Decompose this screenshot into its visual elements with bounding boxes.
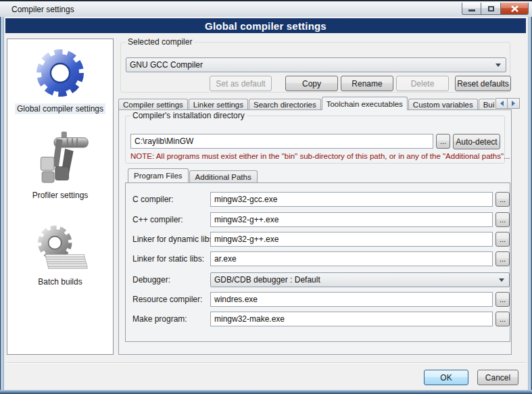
gear-stack-icon <box>28 221 93 275</box>
field-label: Make program: <box>132 314 187 324</box>
field-row-resource-compiler: Resource compiler: ... <box>126 292 510 307</box>
tab-label: Build options <box>483 101 495 109</box>
field-label: C compiler: <box>132 195 174 204</box>
field-row-cpp-compiler: C++ compiler: ... <box>126 212 510 227</box>
debugger-select[interactable]: GDB/CDB debugger : Default <box>210 272 510 287</box>
field-row-debugger: Debugger: GDB/CDB debugger : Default <box>126 272 510 287</box>
c-compiler-input[interactable] <box>210 192 493 207</box>
program-files-tabstrip: Program Files Additional Paths <box>128 168 258 182</box>
compiler-settings-dialog: Compiler settings Global compiler settin… <box>0 0 532 394</box>
cancel-button[interactable]: Cancel <box>477 370 518 385</box>
minimize-button[interactable] <box>462 3 481 15</box>
tab-custom-variables[interactable]: Custom variables <box>408 99 478 110</box>
field-row-c-compiler: C compiler: ... <box>126 192 510 207</box>
sidebar-item-label: Global compiler settings <box>15 103 105 114</box>
cpp-compiler-input[interactable] <box>210 212 493 227</box>
auto-detect-button[interactable]: Auto-detect <box>453 134 500 149</box>
settings-sidebar: Global compiler settings Pr <box>7 39 114 355</box>
field-label: Linker for static libs: <box>132 254 204 264</box>
browse-button[interactable]: ... <box>495 192 510 207</box>
rename-button[interactable]: Rename <box>341 76 393 91</box>
caption-buttons <box>462 3 529 15</box>
close-icon <box>511 5 518 12</box>
tab-compiler-settings[interactable]: Compiler settings <box>118 99 188 110</box>
installation-directory-group-label: Compiler's installation directory <box>130 111 247 120</box>
tab-label: Linker settings <box>193 101 243 109</box>
browse-directory-button[interactable]: ... <box>436 134 450 149</box>
installation-directory-group: Compiler's installation directory ... Au… <box>125 116 505 164</box>
subtab-label: Program Files <box>134 172 183 180</box>
linker-dynamic-input[interactable] <box>210 232 493 247</box>
subtab-additional-paths[interactable]: Additional Paths <box>189 170 258 182</box>
sidebar-item-batch-builds[interactable]: Batch builds <box>28 221 93 287</box>
sidebar-item-label: Batch builds <box>36 276 84 287</box>
field-label: Debugger: <box>132 275 170 285</box>
blue-gear-icon <box>28 44 93 102</box>
tab-build-options[interactable]: Build options <box>479 99 495 110</box>
selected-compiler-group-label: Selected compiler <box>126 37 194 47</box>
delete-button[interactable]: Delete <box>396 76 449 91</box>
tab-scroll-right-icon <box>512 101 515 106</box>
linker-static-input[interactable] <box>210 251 493 266</box>
browse-button[interactable]: ... <box>495 292 510 307</box>
tab-toolchain-executables[interactable]: Toolchain executables <box>322 97 408 110</box>
tab-linker-settings[interactable]: Linker settings <box>189 99 248 110</box>
sidebar-item-global-compiler-settings[interactable]: Global compiler settings <box>15 44 105 114</box>
debugger-select-value: GDB/CDB debugger : Default <box>214 275 499 285</box>
installation-directory-input[interactable] <box>130 134 433 149</box>
make-program-input[interactable] <box>210 312 493 326</box>
minimize-icon <box>468 9 475 11</box>
resource-compiler-input[interactable] <box>210 292 493 307</box>
selected-compiler-group: Selected compiler GNU GCC Compiler Set a… <box>120 42 510 93</box>
ok-button[interactable]: OK <box>424 370 468 385</box>
subtab-program-files[interactable]: Program Files <box>128 168 189 182</box>
subtab-label: Additional Paths <box>195 173 251 181</box>
page-title: Global compiler settings <box>205 20 327 32</box>
tab-label: Compiler settings <box>123 101 183 109</box>
settings-tabstrip: Compiler settings Linker settings Search… <box>118 97 495 110</box>
compiler-select[interactable]: GNU GCC Compiler <box>126 57 506 72</box>
copy-button[interactable]: Copy <box>285 76 338 91</box>
close-button[interactable] <box>501 3 529 15</box>
compiler-select-value: GNU GCC Compiler <box>130 60 495 70</box>
reset-defaults-button[interactable]: Reset defaults <box>455 76 511 91</box>
field-row-linker-static: Linker for static libs: ... <box>126 251 510 266</box>
titlebar[interactable]: Compiler settings <box>0 0 532 17</box>
program-files-panel: C compiler: ... C++ compiler: ... Linker… <box>125 182 510 342</box>
footer-divider <box>7 362 525 364</box>
window-border-bottom <box>0 390 532 394</box>
sidebar-item-profiler-settings[interactable]: Profiler settings <box>30 130 91 201</box>
tab-label: Toolchain executables <box>327 100 403 108</box>
field-label: Linker for dynamic libs: <box>132 235 216 244</box>
chevron-down-icon <box>499 278 504 282</box>
field-row-linker-dynamic: Linker for dynamic libs: ... <box>126 232 510 247</box>
tab-scroll-left-icon <box>500 101 504 106</box>
tab-search-directories[interactable]: Search directories <box>249 99 321 110</box>
maximize-icon <box>488 6 494 11</box>
tab-scroll-left-button[interactable] <box>495 98 508 109</box>
window-title: Compiler settings <box>11 5 74 14</box>
bin-subdirectory-note: NOTE: All programs must exist either in … <box>130 152 510 160</box>
tab-scroll-right-button[interactable] <box>508 98 520 109</box>
chevron-down-icon <box>495 64 501 67</box>
window-border-left <box>0 17 4 394</box>
browse-button[interactable]: ... <box>495 212 510 227</box>
field-label: Resource compiler: <box>132 295 202 304</box>
sidebar-item-label: Profiler settings <box>30 190 91 201</box>
browse-button[interactable]: ... <box>495 312 510 326</box>
field-label: C++ compiler: <box>132 215 183 224</box>
window-border-right <box>528 17 532 394</box>
tab-scroll-buttons <box>495 98 520 109</box>
tab-label: Custom variables <box>413 101 473 109</box>
tab-label: Search directories <box>253 101 316 109</box>
dialog-header: Global compiler settings <box>5 18 526 33</box>
caliper-icon <box>30 130 91 189</box>
maximize-button[interactable] <box>481 3 501 15</box>
field-row-make-program: Make program: ... <box>126 312 510 326</box>
set-as-default-button[interactable]: Set as default <box>210 76 272 91</box>
browse-button[interactable]: ... <box>495 232 510 247</box>
browse-button[interactable]: ... <box>495 251 510 266</box>
